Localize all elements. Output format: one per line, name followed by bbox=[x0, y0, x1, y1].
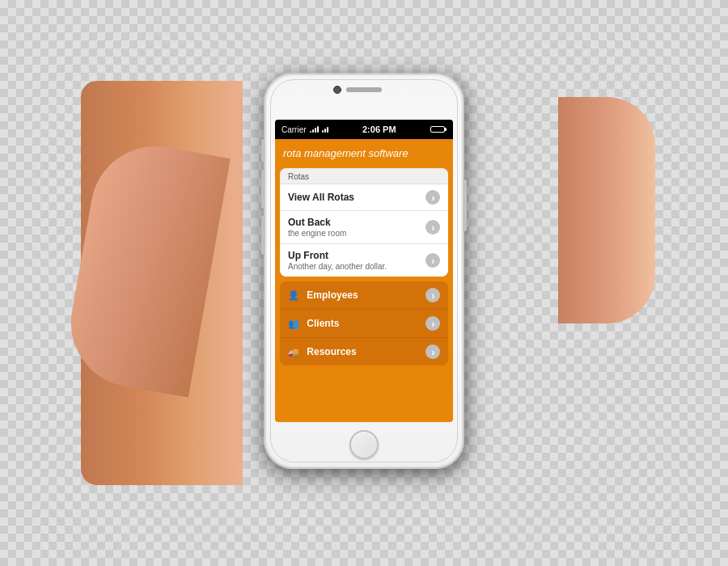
signal-icon bbox=[310, 126, 319, 133]
out-back-subtitle: the engine room bbox=[288, 229, 425, 238]
out-back-item[interactable]: Out Back the engine room bbox=[280, 211, 448, 244]
mute-button[interactable] bbox=[261, 139, 265, 162]
clients-content: 👥 Clients bbox=[288, 318, 425, 329]
status-left: Carrier bbox=[281, 125, 328, 134]
thumb-right bbox=[558, 97, 655, 323]
rotas-header: Rotas bbox=[280, 168, 448, 184]
up-front-subtitle: Another day, another dollar. bbox=[288, 262, 425, 271]
truck-icon: 🚚 bbox=[288, 347, 299, 357]
employees-chevron bbox=[425, 288, 440, 302]
clients-title: 👥 Clients bbox=[288, 318, 425, 329]
home-button[interactable] bbox=[349, 430, 379, 459]
volume-up-button[interactable] bbox=[261, 170, 265, 209]
resources-item[interactable]: 🚚 Resources bbox=[280, 338, 448, 365]
nav-card: 👤 Employees 👥 Clients bbox=[280, 281, 448, 365]
rotas-card: Rotas View All Rotas Out Back the engine… bbox=[280, 168, 448, 277]
phone-shell: Carrier 2:06 PM r bbox=[264, 73, 464, 469]
battery-icon bbox=[430, 126, 447, 133]
out-back-title: Out Back bbox=[288, 217, 425, 228]
view-all-rotas-chevron bbox=[425, 190, 440, 205]
wifi-icon bbox=[322, 126, 328, 133]
up-front-content: Up Front Another day, another dollar. bbox=[288, 250, 425, 271]
view-all-rotas-content: View All Rotas bbox=[288, 192, 425, 203]
power-button[interactable] bbox=[463, 180, 467, 231]
status-bar: Carrier 2:06 PM bbox=[275, 120, 453, 139]
clients-chevron bbox=[425, 316, 440, 331]
app-content: Rotas View All Rotas Out Back the engine… bbox=[275, 165, 453, 372]
up-front-chevron bbox=[425, 253, 440, 268]
scene: Carrier 2:06 PM r bbox=[0, 0, 728, 566]
person-icon: 👤 bbox=[288, 290, 299, 300]
employees-content: 👤 Employees bbox=[288, 289, 425, 301]
status-time: 2:06 PM bbox=[362, 125, 396, 134]
out-back-content: Out Back the engine room bbox=[288, 217, 425, 238]
carrier-label: Carrier bbox=[281, 125, 307, 134]
view-all-rotas-title: View All Rotas bbox=[288, 192, 425, 203]
up-front-item[interactable]: Up Front Another day, another dollar. bbox=[280, 244, 448, 277]
app-title: rota management software bbox=[283, 147, 408, 159]
app-header: rota management software bbox=[275, 139, 453, 165]
resources-chevron bbox=[425, 344, 440, 359]
resources-title: 🚚 Resources bbox=[288, 346, 425, 357]
camera bbox=[333, 86, 341, 94]
out-back-chevron bbox=[425, 220, 440, 234]
employees-item[interactable]: 👤 Employees bbox=[280, 281, 448, 310]
status-right bbox=[430, 126, 447, 133]
up-front-title: Up Front bbox=[288, 250, 425, 261]
employees-title: 👤 Employees bbox=[288, 289, 425, 301]
speaker bbox=[346, 87, 382, 92]
phone-screen: Carrier 2:06 PM r bbox=[275, 120, 453, 422]
clients-item[interactable]: 👥 Clients bbox=[280, 310, 448, 338]
volume-down-button[interactable] bbox=[261, 216, 265, 255]
view-all-rotas-item[interactable]: View All Rotas bbox=[280, 184, 448, 211]
resources-content: 🚚 Resources bbox=[288, 346, 425, 357]
clients-icon: 👥 bbox=[288, 319, 299, 328]
